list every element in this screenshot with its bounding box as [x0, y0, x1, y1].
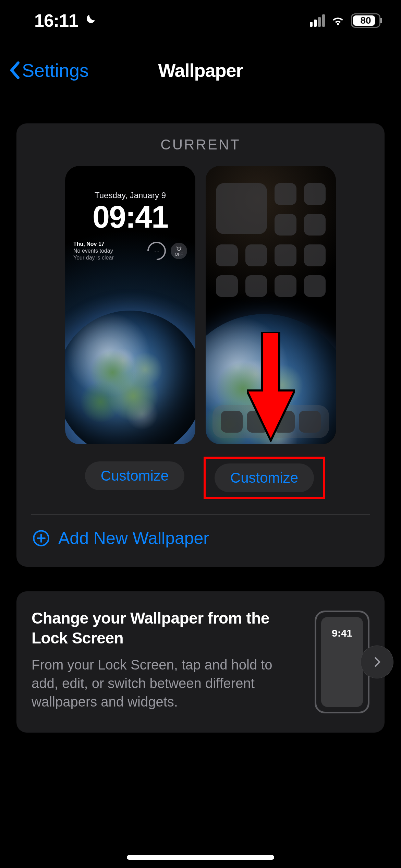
lock-preview-time: 09:41 — [65, 200, 195, 235]
home-indicator[interactable] — [127, 855, 274, 860]
customize-home-button[interactable]: Customize — [215, 463, 314, 492]
lock-preview-widget-line1: Thu, Nov 17 — [73, 241, 114, 248]
tip-title: Change your Wallpaper from the Lock Scre… — [32, 608, 301, 648]
earth-image — [65, 311, 195, 444]
wifi-icon — [330, 12, 345, 29]
dnd-moon-icon — [83, 10, 97, 31]
lock-preview-widget-line2: No events today — [73, 248, 114, 254]
cellular-signal-icon — [310, 14, 325, 27]
tip-phone-time: 9:41 — [332, 627, 352, 707]
annotation-arrow-icon — [247, 332, 295, 443]
status-time: 16:11 — [34, 10, 78, 31]
status-left: 16:11 — [34, 10, 97, 31]
add-new-wallpaper-button[interactable]: Add New Wallpaper — [27, 515, 374, 556]
current-section-label: CURRENT — [27, 136, 374, 153]
tip-card: Change your Wallpaper from the Lock Scre… — [16, 591, 385, 733]
nav-bar: Settings Wallpaper — [0, 51, 401, 89]
battery-percent: 80 — [360, 15, 371, 26]
lock-preview-widget-line3: Your day is clear — [73, 254, 114, 261]
home-screen-preview[interactable] — [206, 166, 336, 444]
page-title: Wallpaper — [158, 60, 243, 81]
lock-screen-preview[interactable]: Tuesday, January 9 09:41 Thu, Nov 17 No … — [65, 166, 195, 444]
alarm-widget-icon: OFF — [171, 243, 187, 259]
battery-icon: 80 — [351, 13, 380, 28]
chevron-left-icon — [8, 61, 21, 80]
chevron-right-icon — [371, 656, 383, 668]
customize-lock-button[interactable]: Customize — [85, 461, 184, 490]
current-wallpaper-card: CURRENT Tuesday, January 9 09:41 Thu, No… — [16, 123, 385, 567]
lock-preview-widgets: Thu, Nov 17 No events today Your day is … — [73, 241, 187, 261]
annotation-highlight-box: Customize — [204, 457, 325, 499]
tip-next-button[interactable] — [361, 646, 393, 678]
plus-circle-icon — [32, 529, 50, 547]
gauge-widget-icon: - - — [144, 238, 170, 264]
status-bar: 16:11 80 — [0, 0, 401, 41]
status-right: 80 — [310, 12, 380, 29]
back-label: Settings — [22, 60, 89, 81]
add-new-wallpaper-label: Add New Wallpaper — [58, 528, 209, 548]
back-button[interactable]: Settings — [8, 60, 89, 81]
wallpaper-previews: Tuesday, January 9 09:41 Thu, Nov 17 No … — [27, 166, 374, 444]
lock-preview-date: Tuesday, January 9 — [65, 191, 195, 200]
customize-row: Customize Customize — [27, 457, 374, 499]
tip-body: From your Lock Screen, tap and hold to a… — [32, 655, 278, 711]
